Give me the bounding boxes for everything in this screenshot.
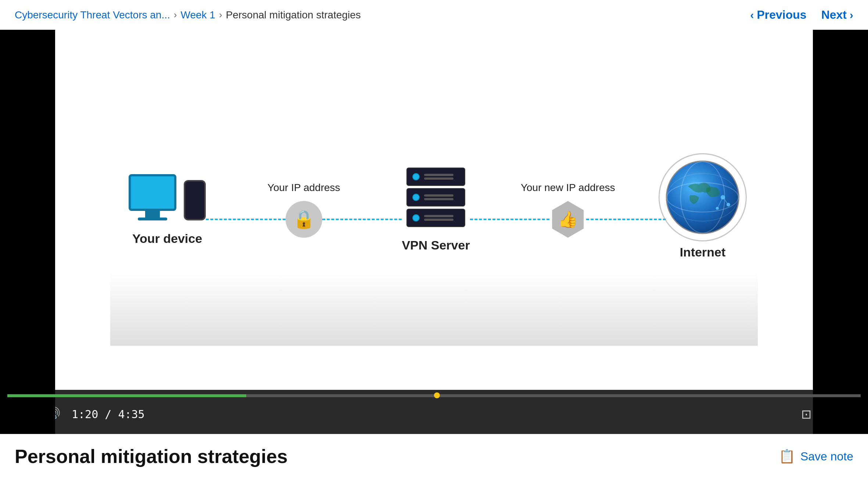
bottom-section: Personal mitigation strategies 📋 Save no… [0,434,868,478]
connector-line-3 [470,219,550,220]
diagram-vpn-server: VPN Server [402,168,470,252]
server-lines-1 [424,174,453,180]
server-line-f [424,219,453,221]
vpn-server-label: VPN Server [402,238,470,252]
video-content: Your device Your IP address 🔒 [55,30,813,390]
vpn-diagram: Your device Your IP address 🔒 [55,30,813,390]
previous-label: Previous [757,8,806,22]
svg-point-2 [667,173,738,221]
breadcrumb-sep-1: › [174,9,177,21]
total-time: 4:35 [118,408,144,421]
server-line-b [424,177,453,180]
progress-fill [7,394,246,397]
time-separator: / [105,408,118,421]
current-time: 1:20 [72,408,98,421]
connector-line-1 [206,219,286,220]
new-ip-label: Your new IP address [521,182,615,194]
progress-bar[interactable] [7,394,861,397]
time-display: 1:20 / 4:35 [72,408,145,421]
breadcrumb-sep-2: › [219,9,222,21]
previous-arrow-icon: ‹ [750,9,754,21]
lock-icon: 🔒 [286,201,322,238]
connector-new-ip: Your new IP address 👍 [470,182,666,238]
next-label: Next [821,8,847,22]
device-label: Your device [132,231,202,246]
controls-row: 🔊 1:20 / 4:35 ⊡ ⚙ ⛶ [7,397,861,429]
server-dot-1 [412,173,420,180]
breadcrumb-course-link[interactable]: Cybersecurity Threat Vectors an... [15,9,170,21]
diagram-device: Your device [129,174,206,246]
device-icon [129,174,206,220]
video-wrapper: Your device Your IP address 🔒 [0,30,868,434]
svg-line-6 [717,197,723,208]
breadcrumb-bar: Cybersecurity Threat Vectors an... › Wee… [0,0,868,30]
breadcrumb-week-link[interactable]: Week 1 [180,9,215,21]
server-line-c [424,194,453,197]
globe-container [666,161,739,234]
breadcrumb-current-page: Personal mitigation strategies [226,9,361,21]
server-dot-3 [412,214,420,222]
thumbsup-icon: 👍 [549,201,586,238]
svg-line-7 [723,197,728,205]
note-icon: 📋 [779,449,795,464]
video-black-left [0,30,55,434]
diagram-internet: Internet [666,161,739,259]
server-line-d [424,198,453,200]
server-unit-1 [406,168,465,186]
breadcrumb: Cybersecurity Threat Vectors an... › Wee… [15,9,361,21]
video-controls[interactable]: 🔊 1:20 / 4:35 ⊡ ⚙ ⛶ [0,390,868,434]
next-button[interactable]: Next › [821,8,853,22]
save-note-label: Save note [800,450,853,463]
internet-label: Internet [680,245,726,259]
progress-dot [434,392,440,398]
globe-svg [666,161,739,234]
breadcrumb-navigation: ‹ Previous Next › [750,8,853,22]
server-stack [406,168,465,227]
connector-line-4 [586,219,666,220]
server-dot-2 [412,194,420,201]
server-unit-3 [406,209,465,227]
svg-point-0 [681,162,725,233]
ip-address-label: Your IP address [268,182,340,194]
server-line-a [424,174,453,176]
server-lines-2 [424,194,453,200]
server-unit-2 [406,188,465,206]
connector-line-2 [322,219,402,220]
globe-icon [666,161,739,234]
lesson-title: Personal mitigation strategies [15,445,288,467]
previous-button[interactable]: ‹ Previous [750,8,806,22]
video-black-right [813,30,868,434]
connector-ip-address: Your IP address 🔒 [206,182,402,238]
next-arrow-icon: › [850,9,853,21]
server-line-e [424,215,453,217]
captions-icon[interactable]: ⊡ [801,407,811,421]
save-note-button[interactable]: 📋 Save note [779,449,853,464]
server-lines-3 [424,215,453,221]
